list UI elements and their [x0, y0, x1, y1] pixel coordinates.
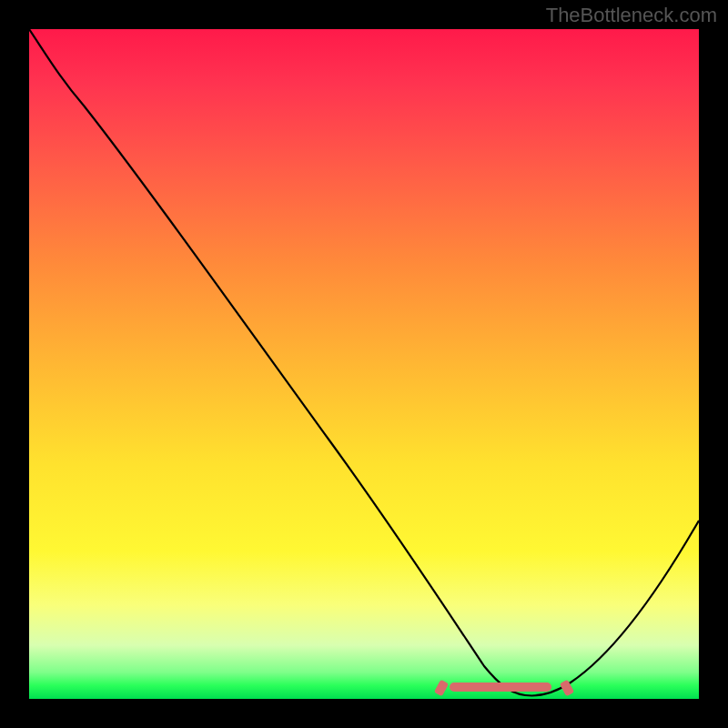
chart-curve-svg: [29, 29, 699, 699]
chart-highlight-region: [440, 681, 568, 693]
watermark-text: TheBottleneck.com: [546, 4, 717, 27]
chart-curve-path: [29, 29, 699, 696]
highlight-bar: [450, 682, 551, 692]
chart-plot-area: [29, 29, 699, 699]
